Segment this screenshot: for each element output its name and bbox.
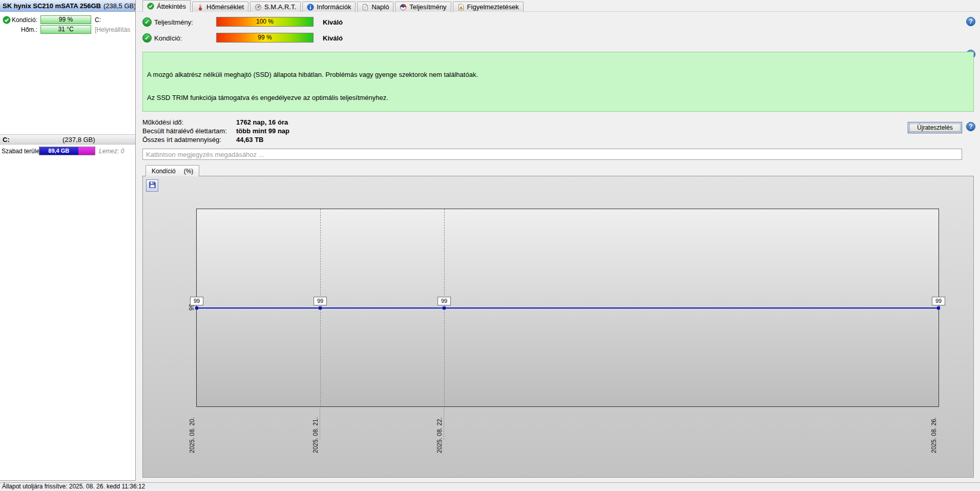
chart-point-value-label: 99 xyxy=(437,297,451,305)
status-line: Az SSD TRIM funkciója támogatva és enged… xyxy=(147,94,969,101)
chart-x-axis: 2025. 08. 20.2025. 08. 21.2025. 08. 22.2… xyxy=(196,408,939,469)
info-value: több mint 99 nap xyxy=(236,127,289,135)
performance-label: Teljesítmény: xyxy=(154,18,193,26)
status-bar: Állapot utoljára frissítve: 2025. 08. 26… xyxy=(0,482,980,491)
drive-health-check-icon xyxy=(3,16,11,24)
tab-alerts[interactable]: Figyelmeztetések xyxy=(453,2,524,12)
thermometer-icon xyxy=(197,4,204,11)
drive-temperature-label: Hőm.: xyxy=(11,26,37,33)
info-row: Működési idő: 1762 nap, 16 óra xyxy=(142,118,289,127)
disk-number-note: Lemez: 0 xyxy=(99,148,124,155)
drive-list-item-header[interactable]: SK hynix SC210 mSATA 256GB (238,5 GB) L xyxy=(0,0,135,12)
chart-x-tick-label: 2025. 08. 26. xyxy=(930,417,937,453)
partition-size: (237,8 GB) xyxy=(62,136,95,144)
tab-overview-label: Áttekintés xyxy=(157,3,186,10)
drive-name: SK hynix SC210 mSATA 256GB xyxy=(3,2,101,10)
condition-ok-icon xyxy=(142,33,152,43)
drive-temperature-note: [Helyreállítás xyxy=(95,26,130,33)
tab-performance-label: Teljesítmény xyxy=(409,3,446,11)
performance-row: Teljesítmény: 100 % Kiváló xyxy=(142,17,501,27)
retest-button[interactable]: Újratesztelés xyxy=(908,122,962,133)
info-icon xyxy=(307,4,314,11)
tab-information[interactable]: Információk xyxy=(302,2,356,12)
main-tabbar: Áttekintés Hőmérséklet S.M.A.R.T. Inform… xyxy=(142,0,525,12)
tab-log[interactable]: Napló xyxy=(357,2,393,12)
tab-performance[interactable]: Teljesítmény xyxy=(395,2,451,12)
check-circle-icon xyxy=(147,3,154,10)
info-row: Becsült hátralévő élettartam: több mint … xyxy=(142,127,289,135)
chart-data-point xyxy=(195,306,198,310)
chart-plot: 99999999 xyxy=(196,209,939,407)
performance-gauge-icon xyxy=(400,4,407,11)
help-icon[interactable] xyxy=(966,17,975,26)
chart-data-point xyxy=(443,306,446,310)
drive-condition-bar: 99 % xyxy=(40,15,91,24)
chart-data-point xyxy=(937,306,940,310)
chart-series-line xyxy=(196,308,939,309)
info-label: Működési idő: xyxy=(142,118,236,127)
info-row: Összes írt adatmennyiség: 44,63 TB xyxy=(142,135,289,144)
info-value: 1762 nap, 16 óra xyxy=(236,118,288,127)
drive-condition-label: Kondíció: xyxy=(11,16,37,24)
condition-rating: Kiváló xyxy=(323,34,343,42)
chart-x-tick-label: 2025. 08. 21. xyxy=(312,417,319,453)
save-chart-button[interactable] xyxy=(146,179,158,192)
tab-smart[interactable]: S.M.A.R.T. xyxy=(250,2,301,12)
chart-point-value-label: 99 xyxy=(190,297,203,305)
chart-tab-label: Kondíció xyxy=(152,168,176,175)
condition-row: Kondíció: 99 % Kiváló xyxy=(142,33,501,43)
document-icon xyxy=(362,4,369,11)
alert-page-icon xyxy=(457,4,465,11)
comment-input[interactable] xyxy=(142,149,962,160)
chart-gridline-stub xyxy=(444,408,444,440)
tab-information-label: Információk xyxy=(317,3,351,11)
help-icon[interactable] xyxy=(966,122,975,131)
partition-list-item[interactable]: C: (237,8 GB) xyxy=(0,134,135,145)
chart-data-point xyxy=(319,306,322,310)
condition-label: Kondíció: xyxy=(154,34,182,42)
tab-alerts-label: Figyelmeztetések xyxy=(467,3,519,11)
free-space-bar-remainder xyxy=(78,147,95,155)
info-value: 44,63 TB xyxy=(236,135,263,144)
tab-overview[interactable]: Áttekintés xyxy=(142,0,191,12)
drive-info-block: Működési idő: 1762 nap, 16 óra Becsült h… xyxy=(142,118,289,144)
performance-ok-icon xyxy=(142,17,152,27)
drive-temperature-bar: 31 °C xyxy=(40,25,91,34)
performance-meter: 100 % xyxy=(216,17,314,27)
chart-tab-unit: (%) xyxy=(184,168,194,175)
drive-sidebar: SK hynix SC210 mSATA 256GB (238,5 GB) L … xyxy=(0,0,136,481)
floppy-disk-icon xyxy=(149,181,156,190)
chart-point-value-label: 99 xyxy=(314,297,327,305)
free-space-label: Szabad terület xyxy=(2,148,41,155)
chart-x-tick-label: 2025. 08. 22. xyxy=(436,417,443,453)
condition-meter: 99 % xyxy=(216,33,314,43)
tab-temperature-label: Hőmérséklet xyxy=(206,3,244,11)
chart-tab-condition[interactable]: Kondíció (%) xyxy=(145,165,199,176)
info-label: Összes írt adatmennyiség: xyxy=(142,135,236,144)
health-status-box: A mozgó alkatrész nélküli meghajtó (SSD)… xyxy=(142,52,974,112)
chart-point-value-label: 99 xyxy=(932,297,945,305)
drive-condition-note: C: xyxy=(95,16,101,24)
status-line: A mozgó alkatrész nélküli meghajtó (SSD)… xyxy=(147,71,969,78)
tab-smart-label: S.M.A.R.T. xyxy=(264,3,296,11)
partition-name: C: xyxy=(3,136,10,144)
chart-x-tick-label: 2025. 08. 20. xyxy=(189,417,196,453)
gauge-icon xyxy=(255,4,262,11)
performance-rating: Kiváló xyxy=(323,18,343,26)
chart-gridline-stub xyxy=(320,408,320,440)
info-label: Becsült hátralévő élettartam: xyxy=(142,127,236,135)
drive-size: (238,5 GB) xyxy=(103,2,135,10)
condition-chart-panel: 99 99999999 2025. 08. 20.2025. 08. 21.20… xyxy=(142,176,974,478)
free-space-bar: 89,4 GB xyxy=(39,147,95,155)
tab-log-label: Napló xyxy=(371,3,389,11)
tab-temperature[interactable]: Hőmérséklet xyxy=(192,2,248,12)
free-space-value: 89,4 GB xyxy=(39,147,78,155)
